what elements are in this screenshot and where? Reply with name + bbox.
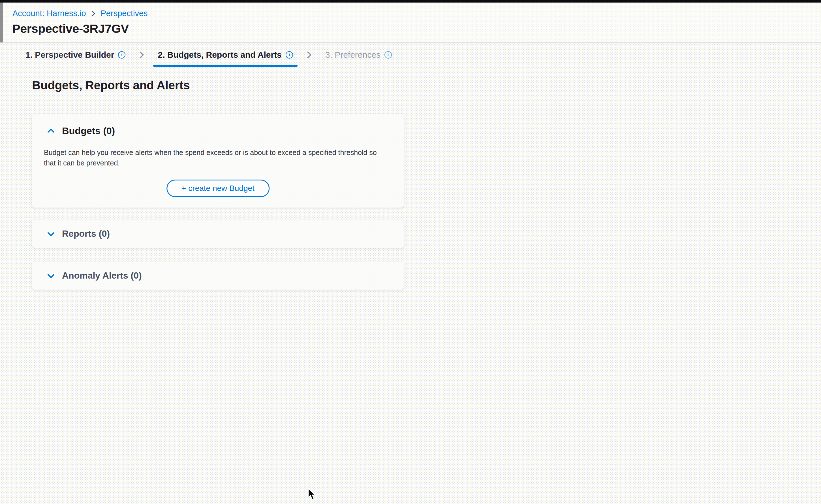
breadcrumb-account-link[interactable]: Account: Harness.io — [12, 9, 86, 18]
budgets-card-title: Budgets (0) — [62, 125, 115, 136]
page-header: Account: Harness.io Perspectives Perspec… — [0, 3, 821, 42]
info-icon[interactable] — [118, 51, 125, 59]
anomaly-alerts-card: Anomaly Alerts (0) — [32, 262, 404, 290]
app-window: Account: Harness.io Perspectives Perspec… — [0, 0, 821, 504]
tab-preferences-label: 3. Preferences — [325, 50, 381, 60]
breadcrumb: Account: Harness.io Perspectives — [12, 9, 148, 18]
budgets-card: Budgets (0) Budget can help you receive … — [32, 114, 404, 208]
anomaly-alerts-card-header[interactable]: Anomaly Alerts (0) — [46, 262, 142, 290]
tab-perspective-builder-label: 1. Perspective Builder — [25, 50, 114, 60]
chevron-down-icon[interactable] — [46, 272, 56, 280]
tab-budgets-reports-alerts[interactable]: 2. Budgets, Reports and Alerts — [158, 50, 293, 60]
top-edge-bar — [0, 0, 821, 3]
mouse-pointer-icon — [308, 488, 317, 502]
reports-card-title: Reports (0) — [62, 229, 110, 239]
breadcrumb-chevron-icon — [91, 10, 96, 17]
create-new-budget-button[interactable]: + create new Budget — [166, 180, 270, 197]
budgets-description: Budget can help you receive alerts when … — [44, 147, 389, 168]
chevron-up-icon[interactable] — [46, 127, 56, 135]
tab-perspective-builder[interactable]: 1. Perspective Builder — [25, 50, 125, 60]
info-icon[interactable] — [286, 51, 293, 59]
reports-card-header[interactable]: Reports (0) — [46, 220, 110, 248]
anomaly-alerts-card-title: Anomaly Alerts (0) — [62, 270, 142, 281]
chevron-right-icon — [138, 50, 145, 60]
reports-card: Reports (0) — [32, 220, 404, 248]
page-title: Perspective-3RJ7GV — [12, 22, 129, 36]
tab-budgets-reports-alerts-label: 2. Budgets, Reports and Alerts — [158, 50, 282, 60]
chevron-down-icon[interactable] — [46, 230, 56, 238]
info-icon[interactable] — [384, 51, 392, 59]
breadcrumb-perspectives-link[interactable]: Perspectives — [101, 9, 148, 18]
section-heading: Budgets, Reports and Alerts — [32, 79, 190, 92]
header-divider — [0, 42, 821, 43]
budgets-card-header[interactable]: Budgets (0) — [46, 125, 115, 136]
tab-preferences[interactable]: 3. Preferences — [325, 50, 392, 60]
chevron-right-icon — [306, 50, 313, 60]
wizard-steps: 1. Perspective Builder 2. Budgets, Repor… — [25, 50, 392, 60]
